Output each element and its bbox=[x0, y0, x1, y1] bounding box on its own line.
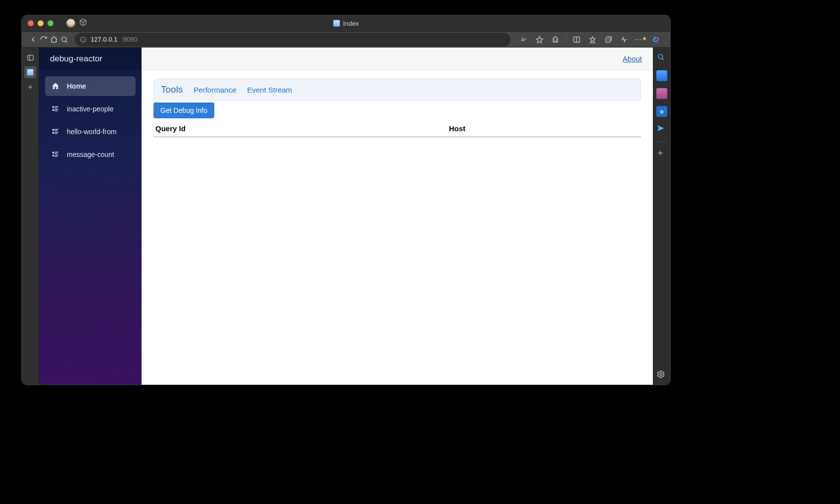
address-bar[interactable]: 127.0.0.1:8080 bbox=[75, 33, 510, 47]
svg-rect-20 bbox=[52, 155, 54, 156]
browser-window: Index 127.0.0.1:8080 A» ··· bbox=[22, 15, 670, 385]
refresh-button[interactable] bbox=[39, 32, 48, 47]
sidebar-item-home[interactable]: Home bbox=[45, 76, 136, 96]
maximize-window-button[interactable] bbox=[48, 20, 53, 26]
sidebar-item-label: message-count bbox=[67, 151, 114, 158]
list-icon bbox=[51, 127, 60, 136]
close-window-button[interactable] bbox=[28, 20, 34, 26]
svg-rect-15 bbox=[55, 132, 58, 133]
sidebar-item-label: Home bbox=[67, 82, 86, 90]
browser-toolbar: 127.0.0.1:8080 A» ··· bbox=[22, 32, 670, 48]
table-header: Query Id Host bbox=[153, 124, 641, 137]
action-bar: Get Debug Info bbox=[153, 101, 641, 118]
sidebar-item-hello-world-from[interactable]: hello-world-from bbox=[45, 122, 136, 142]
svg-rect-6 bbox=[55, 106, 58, 107]
left-rail bbox=[22, 48, 39, 385]
extensions-button[interactable] bbox=[548, 32, 563, 47]
collections-button[interactable] bbox=[601, 32, 616, 47]
sidebar-item-label: hello-world-from bbox=[67, 128, 116, 136]
new-tab-button[interactable] bbox=[24, 81, 36, 93]
tab-event-stream[interactable]: Event Stream bbox=[247, 86, 292, 94]
workspace-icon[interactable] bbox=[79, 18, 87, 28]
more-button[interactable]: ··· bbox=[633, 32, 647, 47]
svg-rect-9 bbox=[55, 109, 58, 110]
settings-sidebar-icon[interactable] bbox=[656, 370, 667, 381]
list-icon bbox=[51, 150, 60, 159]
games-sidebar-icon[interactable] bbox=[656, 88, 667, 99]
get-debug-info-button[interactable]: Get Debug Info bbox=[153, 102, 214, 118]
performance-button[interactable] bbox=[617, 32, 632, 47]
svg-point-0 bbox=[62, 37, 66, 41]
tab-tools[interactable]: Tools bbox=[161, 84, 183, 95]
svg-rect-17 bbox=[52, 152, 54, 153]
search-sidebar-icon[interactable] bbox=[656, 52, 667, 63]
svg-rect-16 bbox=[55, 133, 57, 134]
app-title: debug-reactor bbox=[39, 48, 142, 70]
back-button[interactable] bbox=[29, 32, 37, 47]
vertical-tabs-icon[interactable] bbox=[24, 51, 36, 63]
window-title-text: Index bbox=[343, 20, 359, 27]
favorites-bar-button[interactable] bbox=[585, 32, 600, 47]
tab-performance[interactable]: Performance bbox=[194, 86, 236, 94]
minimize-window-button[interactable] bbox=[38, 20, 44, 26]
svg-rect-7 bbox=[55, 107, 57, 108]
home-icon bbox=[51, 82, 60, 91]
profile-avatar[interactable] bbox=[66, 19, 75, 28]
svg-point-24 bbox=[660, 373, 662, 376]
sidebar-item-message-count[interactable]: message-count bbox=[45, 145, 136, 164]
tab-bar: Tools Performance Event Stream bbox=[153, 79, 641, 101]
split-screen-button[interactable] bbox=[569, 32, 584, 47]
send-sidebar-icon[interactable] bbox=[656, 124, 667, 135]
svg-rect-18 bbox=[55, 152, 58, 152]
svg-rect-21 bbox=[55, 155, 58, 155]
add-sidebar-icon[interactable] bbox=[656, 149, 667, 160]
right-rail: o bbox=[653, 48, 670, 385]
window-title: Index bbox=[22, 20, 670, 27]
site-info-icon[interactable] bbox=[80, 36, 87, 43]
read-aloud-icon[interactable]: A» bbox=[516, 32, 531, 47]
shopping-sidebar-icon[interactable] bbox=[656, 70, 667, 81]
svg-rect-11 bbox=[52, 129, 54, 131]
rail-divider bbox=[657, 142, 667, 142]
address-port: :8080 bbox=[121, 36, 138, 43]
column-query-id: Query Id bbox=[155, 124, 449, 133]
webview: debug-reactor Home inactive-people hello… bbox=[39, 48, 653, 385]
sidebar-item-label: inactive-people bbox=[67, 105, 113, 113]
svg-rect-13 bbox=[55, 130, 57, 131]
copilot-button[interactable] bbox=[648, 32, 663, 47]
favorite-button[interactable] bbox=[532, 32, 547, 47]
about-link[interactable]: About bbox=[623, 54, 642, 63]
address-host: 127.0.0.1 bbox=[91, 36, 117, 43]
outlook-sidebar-icon[interactable]: o bbox=[656, 106, 667, 117]
main: About Tools Performance Event Stream Get… bbox=[142, 48, 653, 385]
column-host: Host bbox=[449, 124, 639, 133]
page-file-icon bbox=[333, 20, 340, 27]
svg-point-23 bbox=[658, 54, 663, 59]
svg-rect-14 bbox=[52, 132, 54, 134]
sidebar-list: Home inactive-people hello-world-from me… bbox=[39, 70, 142, 170]
home-button[interactable] bbox=[50, 32, 58, 47]
svg-rect-5 bbox=[52, 106, 54, 108]
svg-rect-8 bbox=[52, 109, 54, 111]
sidebar: debug-reactor Home inactive-people hello… bbox=[39, 48, 142, 385]
current-tab-icon[interactable] bbox=[24, 66, 36, 78]
sidebar-item-inactive-people[interactable]: inactive-people bbox=[45, 99, 136, 119]
app-header: About bbox=[142, 48, 653, 70]
svg-rect-19 bbox=[55, 153, 57, 153]
titlebar: Index bbox=[22, 15, 670, 32]
svg-rect-22 bbox=[55, 156, 57, 156]
svg-rect-4 bbox=[27, 55, 33, 60]
list-icon bbox=[51, 104, 60, 113]
search-button[interactable] bbox=[60, 32, 69, 47]
svg-rect-12 bbox=[55, 129, 58, 130]
svg-rect-10 bbox=[55, 110, 57, 111]
toolbar-divider bbox=[566, 35, 566, 44]
